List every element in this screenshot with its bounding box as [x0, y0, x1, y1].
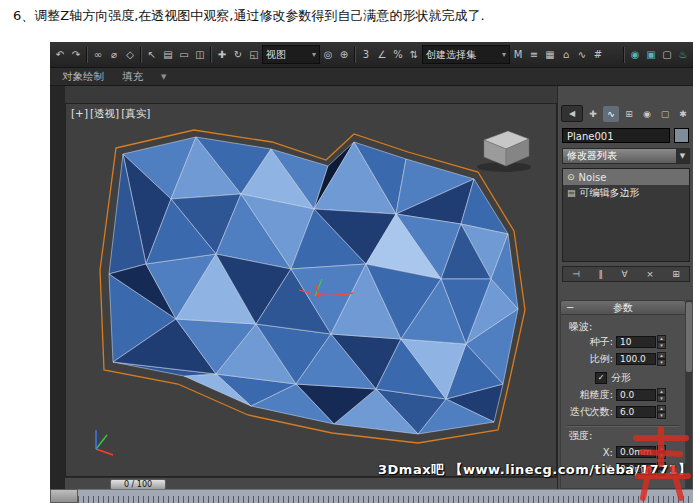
noise-group-label: 噪波:: [569, 320, 592, 334]
scale-spinner[interactable]: ▴ ▾: [657, 352, 666, 366]
spinner-up-icon[interactable]: ▴: [657, 352, 666, 359]
modifier-list-dropdown[interactable]: 修改器列表 ▼: [562, 148, 690, 164]
configure-modifier-sets-icon[interactable]: ⊞: [672, 269, 680, 279]
use-pivot-center-icon[interactable]: ◎: [320, 45, 336, 65]
iterations-spinner[interactable]: ▴ ▾: [657, 405, 666, 419]
mirror-icon[interactable]: M: [510, 45, 526, 65]
panel-scrollbar-thumb[interactable]: [686, 302, 692, 372]
snaps-toggle-icon[interactable]: 3: [358, 45, 374, 65]
chevron-down-icon: ▾: [312, 50, 316, 59]
ribbon-tab-object-paint[interactable]: 对象绘制: [62, 70, 104, 84]
select-move-icon[interactable]: ✚: [214, 45, 230, 65]
fractal-label: 分形: [611, 371, 631, 385]
spinner-up-icon[interactable]: ▴: [657, 388, 666, 395]
world-axis-tripod: [96, 430, 113, 455]
spinner-down-icon[interactable]: ▾: [657, 395, 666, 402]
viewport-menu-shading[interactable]: [真实]: [121, 107, 150, 121]
tab-hierarchy[interactable]: ⊞: [621, 106, 637, 122]
select-scale-icon[interactable]: ◱: [246, 45, 262, 65]
mini-curve-editor-button[interactable]: [50, 489, 78, 503]
ribbon-expand-icon[interactable]: ▼: [161, 73, 166, 81]
fractal-row: ✓ 分形: [561, 371, 685, 385]
tab-motion[interactable]: ◉: [639, 106, 655, 122]
remove-modifier-icon[interactable]: ×: [646, 269, 654, 279]
align-icon[interactable]: ≡: [526, 45, 542, 65]
spinner-snap-icon[interactable]: ⇅: [406, 45, 422, 65]
toolbar-separator: [210, 47, 212, 63]
seed-input[interactable]: 10: [616, 336, 656, 348]
parameters-rollout-header[interactable]: − 参数: [560, 300, 686, 315]
spinner-down-icon[interactable]: ▾: [657, 359, 666, 366]
schematic-view-icon[interactable]: #: [590, 45, 606, 65]
viewport-menu-view[interactable]: [透视]: [90, 107, 119, 121]
select-rotate-icon[interactable]: ↻: [230, 45, 246, 65]
stack-item-editable-poly[interactable]: ▤ 可编辑多边形: [563, 185, 689, 201]
render-production-icon[interactable]: ♨: [675, 45, 691, 65]
object-color-swatch[interactable]: [674, 128, 689, 143]
tab-utilities[interactable]: ✱: [675, 106, 691, 122]
stack-item-label: 可编辑多边形: [580, 186, 640, 200]
viewcube[interactable]: [477, 131, 531, 172]
spinner-down-icon[interactable]: ▾: [657, 342, 666, 349]
tutorial-step-text: 6、调整Z轴方向强度,在透视图中观察,通过修改参数得到自己满意的形状就完成了.: [13, 7, 485, 25]
iterations-input[interactable]: 6.0: [616, 406, 656, 418]
perspective-viewport[interactable]: [+] [透视] [真实]: [65, 103, 557, 477]
angle-snap-icon[interactable]: ∠: [374, 45, 390, 65]
viewport-label: [+] [透视] [真实]: [71, 107, 150, 121]
rendered-frame-window-icon[interactable]: ▢: [659, 45, 675, 65]
undo-icon[interactable]: ↶: [52, 45, 68, 65]
make-unique-icon[interactable]: ∀: [622, 269, 628, 279]
spinner-up-icon[interactable]: ▴: [657, 405, 666, 412]
layer-manager-icon[interactable]: ▦: [542, 45, 558, 65]
roughness-input[interactable]: 0.0: [616, 389, 656, 401]
pin-stack-icon[interactable]: ⊣: [572, 269, 580, 279]
unlink-icon[interactable]: ⌀: [106, 45, 122, 65]
modifier-list-label: 修改器列表: [563, 149, 676, 163]
time-ruler[interactable]: [78, 489, 693, 503]
modifier-visibility-bulb-icon[interactable]: ⊙: [567, 172, 575, 182]
window-crossing-icon[interactable]: ◫: [192, 45, 208, 65]
material-editor-icon[interactable]: ◉: [627, 45, 643, 65]
seed-label: 种子:: [561, 335, 613, 349]
stack-item-label: Noise: [579, 172, 607, 183]
fractal-checkbox[interactable]: ✓: [595, 372, 607, 384]
named-selection-set-value: 创建选择集: [426, 48, 476, 62]
select-link-icon[interactable]: ∞: [90, 45, 106, 65]
tab-create[interactable]: ✚: [585, 106, 601, 122]
scale-input[interactable]: 100.0: [616, 353, 656, 365]
tab-modify[interactable]: ∿: [603, 106, 619, 122]
graphite-toggle-icon[interactable]: ⌂: [558, 45, 574, 65]
bind-to-spacewarp-icon[interactable]: ◇: [122, 45, 138, 65]
panel-back-icon[interactable]: ◀: [561, 105, 583, 122]
show-end-result-icon[interactable]: ‖: [599, 269, 604, 279]
max-window: ↶ ↷ ∞ ⌀ ◇ ↖ ▤ ▭ ◫ ✚ ↻ ◱ 视图 ▾ ◎ ⊕ 3 ∠ % ⇅…: [50, 42, 693, 503]
tab-display[interactable]: ▢: [657, 106, 673, 122]
select-object-icon[interactable]: ↖: [144, 45, 160, 65]
main-toolbar: ↶ ↷ ∞ ⌀ ◇ ↖ ▤ ▭ ◫ ✚ ↻ ◱ 视图 ▾ ◎ ⊕ 3 ∠ % ⇅…: [50, 42, 693, 68]
percent-snap-icon[interactable]: %: [390, 45, 406, 65]
stack-item-noise[interactable]: ⊙ Noise: [563, 169, 689, 185]
reference-coordinate-dropdown[interactable]: 视图 ▾: [262, 45, 320, 64]
viewport-3d-scene: [66, 104, 556, 476]
redo-icon[interactable]: ↷: [68, 45, 84, 65]
seed-row: 种子: 10 ▴ ▾: [561, 335, 685, 349]
rectangular-region-icon[interactable]: ▭: [176, 45, 192, 65]
select-manipulate-icon[interactable]: ⊕: [336, 45, 352, 65]
select-by-name-icon[interactable]: ▤: [160, 45, 176, 65]
render-setup-icon[interactable]: ▣: [643, 45, 659, 65]
toolbar-separator: [86, 47, 88, 63]
noise-plane-mesh[interactable]: [109, 137, 518, 434]
spinner-down-icon[interactable]: ▾: [657, 412, 666, 419]
scale-row: 比例: 100.0 ▴ ▾: [561, 352, 685, 366]
command-panel-tabs: ◀ ✚ ∿ ⊞ ◉ ▢ ✱: [561, 105, 691, 122]
viewport-menu-plus[interactable]: [+]: [71, 107, 88, 121]
strength-group-label: 强度:: [569, 429, 592, 443]
curve-editor-icon[interactable]: ∿: [574, 45, 590, 65]
object-name-field[interactable]: Plane001: [562, 128, 670, 143]
iterations-row: 迭代次数: 6.0 ▴ ▾: [561, 405, 685, 419]
roughness-spinner[interactable]: ▴ ▾: [657, 388, 666, 402]
ribbon-tab-populate[interactable]: 填充: [122, 70, 143, 84]
seed-spinner[interactable]: ▴ ▾: [657, 335, 666, 349]
spinner-up-icon[interactable]: ▴: [657, 335, 666, 342]
named-selection-set-dropdown[interactable]: 创建选择集 ▾: [422, 45, 510, 64]
